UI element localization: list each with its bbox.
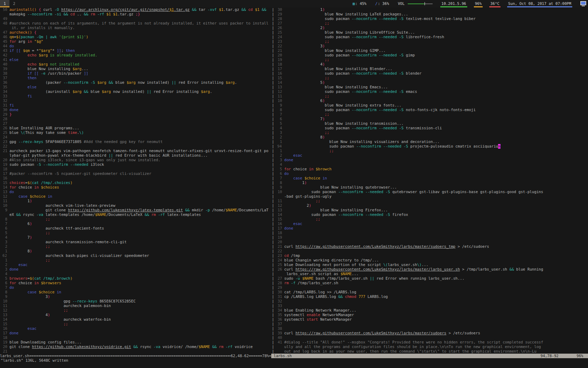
line-number: 39 [277,331,282,335]
line-number: 13 [2,190,7,194]
line-number: 29 [277,285,282,290]
line-number: 1 [277,149,282,153]
code-row: 19blue Downloading config files... [2,340,271,345]
code-row: it, or installs it manually. [2,26,271,30]
command-line: "larbs.sh" 136L, 5648C written [1,358,587,363]
code-row: 42 echo $arg is already installed. [2,53,271,57]
line-number: 9 [277,103,282,108]
code-row: 12 2) [277,203,588,208]
line-number: 16 [277,222,282,226]
line-number: 48 [2,21,7,26]
code-row: -bad gst-plugins-ugly [277,194,588,199]
code-row: 8 1) [277,180,588,185]
code-row: 11 ;; [277,94,588,98]
line-number: 30 [277,290,282,294]
line-number: 62 [2,253,7,258]
code-row: 37 then [2,76,271,80]
code-row: 22 [2,144,271,149]
volume-slider[interactable] [408,2,433,5]
line-number: 4 [2,272,7,276]
line-number: 5 [277,121,282,126]
code-row: 20#Also installing i3lock, since i3-gaps… [2,158,271,162]
workspace-1[interactable]: 1 [0,0,9,7]
code-row: 21aurcheck packer i3-gaps vim-pathogen n… [2,149,271,153]
code-row: 23 ;; [277,39,588,44]
code-row: 29 [277,285,588,290]
line-number: 28 [2,117,7,121]
code-row: 5for choice in $browch [277,167,588,171]
line-number: 7 [277,176,282,180]
line-number: 13 [277,85,282,89]
workspace-switcher: 12 [0,0,19,7]
line-number: 34 [277,308,282,313]
code-row: 10 6) [277,98,588,103]
line-number: 32 [277,299,282,304]
line-number: 14 [277,212,282,217]
line-number: 94 [277,144,282,149]
line-number: 11 [277,94,282,98]
line-number: 24 [277,35,282,39]
code-row: 43if [[ $qm = *"$arg"* ]]; then [2,48,271,53]
code-row: 31cp /LARBS.log LARBS.log && chmod 777 L… [277,294,588,299]
line-number: 25 [277,30,282,35]
code-row: 11 ;; [277,199,588,203]
code-row: 29 blue Now installing LaTeX packages... [277,12,588,16]
line-number: 1 [277,139,282,144]
line-number: 23 [2,139,7,144]
line-number: 11 [2,304,7,308]
code-row: 38 if [[ -e /usr/bin/packer ]] [2,71,271,76]
code-row: 32 [277,299,588,304]
line-number: 5 [2,276,7,281]
code-row: 5browsers=$(cat /tmp/.browch) [2,276,271,281]
line-number: 10 [277,190,282,194]
line-number: 26 [2,126,7,130]
code-row: 10 aurcheck vim-live-latex-preview [2,203,271,208]
line-number: 22 [2,144,7,149]
line-number: 8 [2,217,7,222]
statusbar-stats: ▥: 45% /: 36% VOL 10.201.5.96 96% 36°C [351,0,588,7]
code-row: 8 ;; [2,217,271,222]
line-number: 18 [2,167,7,171]
line-number: 14 [2,317,7,322]
code-row: 24 sudo pacman --noconfirm --needed -S l… [277,35,588,39]
code-row: 48#aurcheck runs on each of its argument… [2,21,271,26]
stat-datetime: Sun, Oct 08, 2017 at 07:00PM [507,0,572,7]
stat-temperature: 36°C [489,0,500,7]
line-number: 19 [2,162,7,167]
editor-pane-left[interactable]: 50aurinstall() { curl -O https://aur.arc… [0,7,271,354]
statusline-right-ruler: 94,78-92 96% [540,354,586,358]
line-number: 30 [2,108,7,112]
volume-track [425,4,433,4]
code-row: 7 6) [2,222,271,226]
line-number: 9 [277,185,282,190]
line-number: 40 [277,335,282,340]
code-row: 20 [277,240,588,244]
code-row: 27 [2,121,271,126]
code-row: 4 sudo pacman --noconfirm --needed -S tr… [277,126,588,130]
line-number: 32 [2,98,7,103]
code-row: 7 case $choice in [277,176,588,180]
statusline-left-filename: larbs_user.sh [0,354,29,358]
code-row: 8 sudo pacman --noconfirm --needed -S no… [277,108,588,112]
code-row: 18 [2,167,271,171]
code-row: 34blue Enabling Network Manager... [277,308,588,313]
line-number: 47 [2,30,7,35]
editor-pane-right[interactable]: 30 1)29 blue Now installing LaTeX packag… [275,7,588,354]
code-row: 15 ;; [2,322,271,326]
code-row: 2 ;; [2,244,271,249]
line-number: 14 [2,185,7,190]
statusline-active: larbs.sh94,78-92 96% [271,354,588,358]
line-number: 36 [2,80,7,85]
monitor-icon [580,1,586,6]
workspace-2[interactable]: 2 [9,0,19,7]
window-separator: | | | | | | | | | | | | | | | | | | | | … [271,7,275,354]
code-row: 14 5) [277,80,588,85]
code-row: 39 blue Now installing $arg... [2,67,271,71]
line-number: 1 [2,249,7,253]
code-row: 14for choice in $choices [2,185,271,190]
code-row: 26 2) [277,26,588,30]
line-number: 43 [2,48,7,53]
line-number: 7 [277,112,282,117]
line-number: 7 [2,285,7,290]
line-number: 21 [2,149,7,153]
